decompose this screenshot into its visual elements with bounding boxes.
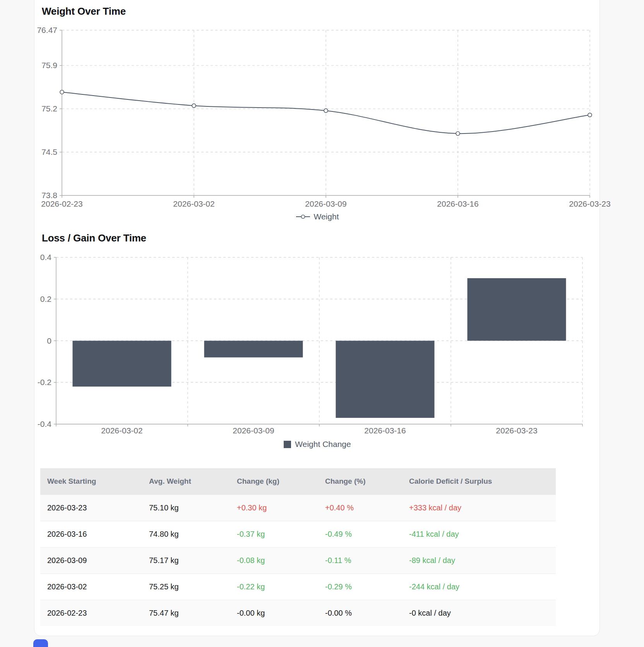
weight-change-bar (336, 341, 435, 418)
y-tick-label: 0.2 (40, 294, 51, 303)
cell-week: 2026-02-23 (40, 600, 142, 626)
cell-change-kg: +0.30 kg (230, 495, 318, 521)
y-tick-label: 76.47 (37, 26, 57, 34)
line-marker-legend-icon (296, 214, 310, 219)
cell-avg-weight: 74.80 kg (142, 521, 230, 548)
x-tick-label: 2026-03-09 (305, 199, 346, 208)
column-header: Change (kg) (230, 468, 318, 495)
cell-change-kg: -0.00 kg (230, 600, 318, 626)
data-point-marker (192, 104, 196, 108)
y-tick-label: -0.2 (38, 378, 51, 387)
primary-action-button-partial[interactable] (33, 639, 48, 647)
bar-swatch-legend-icon (284, 441, 291, 448)
column-header: Week Starting (40, 468, 142, 495)
x-tick-label: 2026-03-02 (101, 426, 142, 435)
weight-chart-legend[interactable]: Weight (34, 212, 601, 221)
page: Weight Over Time 76.4775.975.274.573.820… (0, 0, 644, 647)
data-point-marker (456, 132, 460, 135)
cell-avg-weight: 75.25 kg (142, 574, 230, 600)
data-point-marker (324, 109, 328, 113)
y-tick-label: 73.8 (41, 191, 57, 200)
cell-calorie: -89 kcal / day (402, 548, 556, 574)
y-tick-label: 0.4 (40, 253, 52, 262)
y-tick-label: 75.2 (41, 104, 57, 113)
y-tick-label: -0.4 (38, 419, 52, 428)
weight-change-bar (204, 341, 303, 358)
weekly-stats-table: Week StartingAvg. WeightChange (kg)Chang… (40, 468, 556, 626)
y-tick-label: 0 (47, 336, 51, 345)
table-row: 2026-02-2375.47 kg-0.00 kg-0.00 %-0 kcal… (40, 600, 556, 626)
x-tick-label: 2026-03-23 (496, 426, 537, 435)
cell-change-pct: -0.49 % (318, 521, 402, 548)
weight-change-legend-label: Weight Change (295, 440, 351, 449)
table-body: 2026-03-2375.10 kg+0.30 kg+0.40 %+333 kc… (40, 495, 556, 626)
cell-change-kg: -0.22 kg (230, 574, 318, 600)
cell-week: 2026-03-23 (40, 495, 142, 521)
table-row: 2026-03-2375.10 kg+0.30 kg+0.40 %+333 kc… (40, 495, 556, 521)
table-header-row: Week StartingAvg. WeightChange (kg)Chang… (40, 468, 556, 495)
weight-change-bar (73, 341, 171, 387)
cell-calorie: -244 kcal / day (402, 574, 556, 600)
cell-avg-weight: 75.17 kg (142, 548, 230, 574)
x-tick-label: 2026-02-23 (41, 199, 82, 208)
cell-calorie: -0 kcal / day (402, 600, 556, 626)
cell-avg-weight: 75.10 kg (142, 495, 230, 521)
x-tick-label: 2026-03-09 (233, 426, 274, 435)
table-row: 2026-03-0975.17 kg-0.08 kg-0.11 %-89 kca… (40, 548, 556, 574)
weight-chart-title: Weight Over Time (42, 5, 126, 17)
cell-change-pct: -0.29 % (318, 574, 402, 600)
y-tick-label: 74.5 (41, 147, 57, 156)
cell-change-pct: -0.11 % (318, 548, 402, 574)
table-row: 2026-03-0275.25 kg-0.22 kg-0.29 %-244 kc… (40, 574, 556, 600)
cell-avg-weight: 75.47 kg (142, 600, 230, 626)
x-tick-label: 2026-03-23 (569, 199, 610, 208)
x-tick-label: 2026-03-16 (437, 199, 478, 208)
cell-change-kg: -0.08 kg (230, 548, 318, 574)
weight-line-chart[interactable]: 76.4775.975.274.573.82026-02-232026-03-0… (34, 23, 601, 217)
loss-gain-chart-title: Loss / Gain Over Time (42, 232, 146, 244)
cell-change-kg: -0.37 kg (230, 521, 318, 548)
data-point-marker (588, 113, 592, 117)
x-tick-label: 2026-03-02 (173, 199, 214, 208)
weight-change-bar-chart[interactable]: 0.40.20-0.2-0.42026-03-022026-03-092026-… (34, 252, 601, 437)
weight-change-legend[interactable]: Weight Change (34, 440, 601, 449)
column-header: Calorie Deficit / Surplus (402, 468, 556, 495)
data-point-marker (60, 90, 64, 94)
x-tick-label: 2026-03-16 (364, 426, 406, 435)
cell-week: 2026-03-16 (40, 521, 142, 548)
cell-calorie: +333 kcal / day (402, 495, 556, 521)
cell-week: 2026-03-09 (40, 548, 142, 574)
y-tick-label: 75.9 (41, 61, 57, 70)
cell-change-pct: +0.40 % (318, 495, 402, 521)
column-header: Change (%) (318, 468, 402, 495)
weight-change-bar (468, 278, 566, 341)
cell-calorie: -411 kcal / day (402, 521, 556, 548)
cell-change-pct: -0.00 % (318, 600, 402, 626)
table-row: 2026-03-1674.80 kg-0.37 kg-0.49 %-411 kc… (40, 521, 556, 548)
weight-legend-label: Weight (314, 212, 339, 221)
cell-week: 2026-03-02 (40, 574, 142, 600)
column-header: Avg. Weight (142, 468, 230, 495)
